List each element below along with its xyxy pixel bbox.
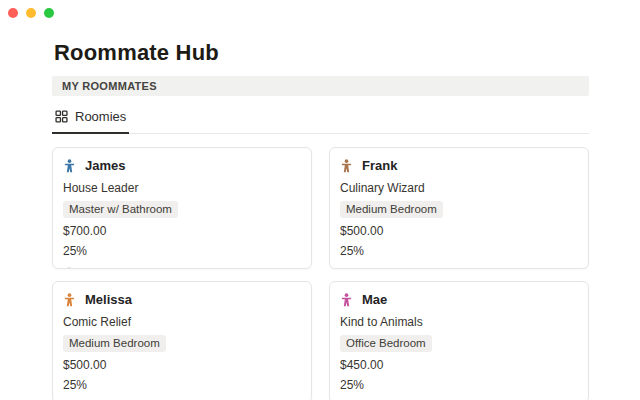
chore-item: Mow the Lawn bbox=[340, 266, 430, 269]
rent-amount: $450.00 bbox=[340, 358, 578, 372]
card-title-row: James bbox=[63, 158, 301, 173]
chore-label: Prune Shrubs bbox=[246, 266, 301, 269]
chore-item: Clean Kitchen bbox=[63, 266, 151, 269]
roommate-name: James bbox=[85, 158, 125, 173]
split-percent: 25% bbox=[340, 244, 578, 258]
leaf-icon bbox=[340, 267, 351, 270]
roommate-card-melissa[interactable]: Melissa Comic Relief Medium Bedroom $500… bbox=[52, 281, 312, 400]
roommate-card-mae[interactable]: Mae Kind to Animals Office Bedroom $450.… bbox=[329, 281, 589, 400]
zoom-window-button[interactable] bbox=[44, 8, 54, 18]
roommate-role: House Leader bbox=[63, 181, 301, 195]
roommate-name: Melissa bbox=[85, 292, 132, 307]
person-icon bbox=[63, 293, 76, 307]
room-tag: Master w/ Bathroom bbox=[63, 201, 178, 218]
split-percent: 25% bbox=[63, 244, 301, 258]
chore-label: Clean Kitchen bbox=[79, 266, 151, 269]
room-tag-row: Master w/ Bathroom bbox=[63, 201, 301, 218]
rent-amount: $500.00 bbox=[340, 224, 578, 238]
split-percent: 25% bbox=[340, 378, 578, 392]
room-tag: Medium Bedroom bbox=[63, 335, 166, 352]
roommate-role: Comic Relief bbox=[63, 315, 301, 329]
chore-item: Buy Groceries bbox=[441, 266, 530, 269]
roommate-card-james[interactable]: James House Leader Master w/ Bathroom $7… bbox=[52, 147, 312, 269]
person-icon bbox=[63, 159, 76, 173]
roommate-name: Mae bbox=[362, 292, 387, 307]
page-content: Roommate Hub MY ROOMMATES Roomies James … bbox=[52, 40, 589, 400]
room-tag: Office Bedroom bbox=[340, 335, 432, 352]
roommate-role: Culinary Wizard bbox=[340, 181, 578, 195]
card-title-row: Mae bbox=[340, 292, 578, 307]
section-banner: MY ROOMMATES bbox=[52, 76, 589, 96]
chore-item: Prune Shrubs bbox=[230, 266, 301, 269]
minimize-window-button[interactable] bbox=[26, 8, 36, 18]
card-title-row: Melissa bbox=[63, 292, 301, 307]
split-percent: 25% bbox=[63, 378, 301, 392]
close-window-button[interactable] bbox=[8, 8, 18, 18]
roommate-role: Kind to Animals bbox=[340, 315, 578, 329]
tab-roomies[interactable]: Roomies bbox=[52, 102, 129, 134]
leaf-icon bbox=[230, 267, 241, 270]
room-tag: Medium Bedroom bbox=[340, 201, 443, 218]
roommate-gallery: James House Leader Master w/ Bathroom $7… bbox=[52, 147, 589, 400]
bento-box-icon bbox=[541, 267, 552, 270]
chore-label: Buy Groceries bbox=[457, 266, 530, 269]
window-controls bbox=[8, 8, 54, 18]
soap-dispenser-icon bbox=[63, 267, 74, 270]
gallery-view-icon bbox=[55, 110, 68, 123]
tab-label: Roomies bbox=[75, 109, 126, 124]
notion-window: Roommate Hub MY ROOMMATES Roomies James … bbox=[0, 0, 640, 400]
rent-amount: $700.00 bbox=[63, 224, 301, 238]
roommate-name: Frank bbox=[362, 158, 397, 173]
chore-label: Cook Friday night dinn bbox=[557, 266, 578, 269]
chore-list: Mow the Lawn Buy Groceries Cook Friday n… bbox=[340, 266, 578, 269]
page-title: Roommate Hub bbox=[54, 40, 589, 66]
person-icon bbox=[340, 293, 353, 307]
rent-amount: $500.00 bbox=[63, 358, 301, 372]
shopping-cart-icon bbox=[441, 267, 452, 270]
roommate-card-frank[interactable]: Frank Culinary Wizard Medium Bedroom $50… bbox=[329, 147, 589, 269]
room-tag-row: Medium Bedroom bbox=[340, 201, 578, 218]
chore-list: Clean Kitchen Vacuum Prune Shrubs bbox=[63, 266, 301, 269]
card-title-row: Frank bbox=[340, 158, 578, 173]
chore-label: Vacuum bbox=[178, 266, 219, 269]
room-tag-row: Medium Bedroom bbox=[63, 335, 301, 352]
chore-item: Cook Friday night dinn bbox=[541, 266, 578, 269]
chore-label: Mow the Lawn bbox=[356, 266, 430, 269]
room-tag-row: Office Bedroom bbox=[340, 335, 578, 352]
view-tab-bar: Roomies bbox=[52, 102, 589, 134]
vacuum-icon bbox=[162, 267, 173, 270]
chore-item: Vacuum bbox=[162, 266, 219, 269]
person-icon bbox=[340, 159, 353, 173]
